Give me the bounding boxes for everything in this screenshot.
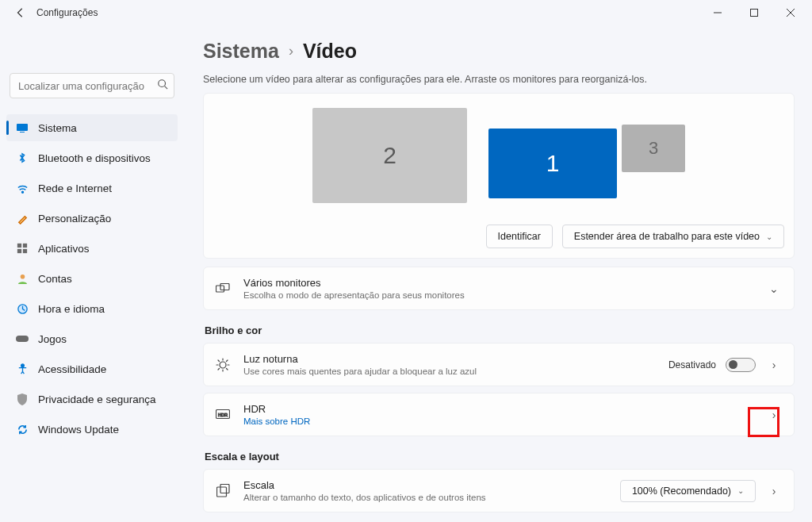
chevron-down-icon: ⌄ <box>737 486 744 495</box>
scale-value: 100% (Recomendado) <box>632 486 731 497</box>
expand-chevron-icon[interactable]: ⌄ <box>765 282 783 295</box>
hdr-icon: HDR <box>215 409 231 420</box>
scale-controls: 100% (Recomendado) ⌄ › <box>620 480 783 502</box>
nightlight-sub: Use cores mais quentes para ajudar a blo… <box>243 367 656 376</box>
sidebar-item-hora[interactable]: Hora e idioma <box>6 295 178 322</box>
breadcrumb-current: Vídeo <box>303 40 357 63</box>
hdr-text: HDR Mais sobre HDR <box>243 403 753 426</box>
sidebar-item-acessibilidade[interactable]: Acessibilidade <box>6 355 178 382</box>
svg-point-8 <box>21 191 23 193</box>
close-button[interactable] <box>772 0 809 25</box>
sidebar-item-sistema[interactable]: Sistema <box>6 114 178 141</box>
svg-rect-6 <box>17 124 28 131</box>
sidebar-item-label: Sistema <box>38 122 77 134</box>
svg-rect-9 <box>17 244 21 248</box>
gaming-icon <box>16 332 29 345</box>
main-content: Sistema › Vídeo Selecione um vídeo para … <box>184 25 812 522</box>
svg-line-26 <box>218 368 220 370</box>
scale-icon <box>215 484 231 497</box>
hdr-row[interactable]: HDR HDR Mais sobre HDR › <box>203 393 795 436</box>
nightlight-row[interactable]: Luz noturna Use cores mais quentes para … <box>203 343 795 386</box>
search-container <box>10 73 174 98</box>
accounts-icon <box>16 272 29 285</box>
scale-title: Escala <box>243 479 607 491</box>
section-brightness: Brilho e cor <box>205 324 795 336</box>
svg-line-27 <box>227 360 228 362</box>
monitor-3[interactable]: 3 <box>622 125 685 172</box>
scale-dropdown[interactable]: 100% (Recomendado) ⌄ <box>620 480 756 502</box>
hdr-link[interactable]: Mais sobre HDR <box>243 416 753 426</box>
page-subtitle: Selecione um vídeo para alterar as confi… <box>203 74 795 85</box>
back-button[interactable] <box>11 3 30 22</box>
nightlight-controls: Desativado › <box>668 358 783 372</box>
chevron-right-icon[interactable]: › <box>765 359 783 371</box>
accessibility-icon <box>16 363 29 375</box>
svg-rect-10 <box>23 244 27 248</box>
sidebar-item-label: Aplicativos <box>38 243 90 255</box>
hdr-controls: › <box>765 409 783 421</box>
sidebar-item-jogos[interactable]: Jogos <box>6 325 178 352</box>
multi-monitor-icon <box>215 283 231 294</box>
nightlight-icon <box>215 358 231 372</box>
time-icon <box>16 302 29 315</box>
svg-rect-7 <box>20 132 25 132</box>
sidebar-item-label: Acessibilidade <box>38 363 106 375</box>
svg-rect-15 <box>16 336 29 342</box>
bluetooth-icon <box>16 152 29 164</box>
chevron-down-icon: ⌄ <box>766 232 772 241</box>
sidebar-item-label: Jogos <box>38 333 67 345</box>
maximize-button[interactable] <box>736 0 772 25</box>
sidebar-item-bluetooth[interactable]: Bluetooth e dispositivos <box>6 144 178 171</box>
monitor-2[interactable]: 2 <box>312 108 467 203</box>
chevron-right-icon[interactable]: › <box>765 485 783 497</box>
scale-text: Escala Alterar o tamanho do texto, dos a… <box>243 479 607 502</box>
system-icon <box>16 121 29 134</box>
sidebar-item-label: Contas <box>38 273 72 285</box>
sidebar-item-aplicativos[interactable]: Aplicativos <box>6 235 178 262</box>
scale-sub: Alterar o tamanho do texto, dos aplicati… <box>243 493 607 502</box>
display-actions: Identificar Estender área de trabalho pa… <box>204 217 794 258</box>
multi-sub: Escolha o modo de apresentação para seus… <box>243 290 753 300</box>
svg-point-19 <box>220 362 226 368</box>
minimize-button[interactable] <box>699 0 736 25</box>
identify-button[interactable]: Identificar <box>486 225 553 248</box>
chevron-right-icon: › <box>289 43 293 59</box>
hdr-title: HDR <box>243 403 753 415</box>
nightlight-state: Desativado <box>668 359 716 370</box>
personalization-icon <box>16 212 29 225</box>
sidebar-item-label: Personalização <box>38 213 111 225</box>
multiple-displays-row[interactable]: Vários monitores Escolha o modo de apres… <box>203 267 795 310</box>
update-icon <box>16 423 29 436</box>
sidebar-item-rede[interactable]: Rede e Internet <box>6 175 178 202</box>
svg-point-13 <box>20 274 25 278</box>
window-title: Configurações <box>36 7 699 18</box>
apps-icon <box>16 242 29 255</box>
sidebar-item-label: Hora e idioma <box>38 303 105 315</box>
nightlight-text: Luz noturna Use cores mais quentes para … <box>243 353 656 376</box>
svg-rect-1 <box>751 10 758 17</box>
extend-label: Estender área de trabalho para este víde… <box>574 231 760 242</box>
svg-line-25 <box>227 368 228 370</box>
scale-row[interactable]: Escala Alterar o tamanho do texto, dos a… <box>203 469 795 512</box>
extend-dropdown[interactable]: Estender área de trabalho para este víde… <box>562 225 784 248</box>
sidebar-item-label: Bluetooth e dispositivos <box>38 152 151 164</box>
monitor-canvas[interactable]: 2 1 3 <box>204 94 794 217</box>
breadcrumb-parent[interactable]: Sistema <box>203 40 279 63</box>
chevron-right-icon[interactable]: › <box>765 409 783 421</box>
svg-line-24 <box>218 360 220 362</box>
sidebar-item-label: Privacidade e segurança <box>38 393 156 405</box>
identify-label: Identificar <box>498 231 541 242</box>
sidebar-item-windowsupdate[interactable]: Windows Update <box>6 416 178 443</box>
svg-line-5 <box>165 86 168 90</box>
multi-title: Vários monitores <box>243 277 753 289</box>
sidebar-item-personalizacao[interactable]: Personalização <box>6 205 178 232</box>
sidebar-item-privacidade[interactable]: Privacidade e segurança <box>6 386 178 413</box>
svg-rect-18 <box>220 283 229 290</box>
breadcrumb: Sistema › Vídeo <box>203 40 795 63</box>
sidebar-item-contas[interactable]: Contas <box>6 265 178 292</box>
search-input[interactable] <box>10 73 174 98</box>
nightlight-toggle[interactable] <box>726 358 756 372</box>
sidebar-item-label: Rede e Internet <box>38 182 112 194</box>
search-icon <box>157 79 168 93</box>
monitor-1[interactable]: 1 <box>488 129 617 198</box>
